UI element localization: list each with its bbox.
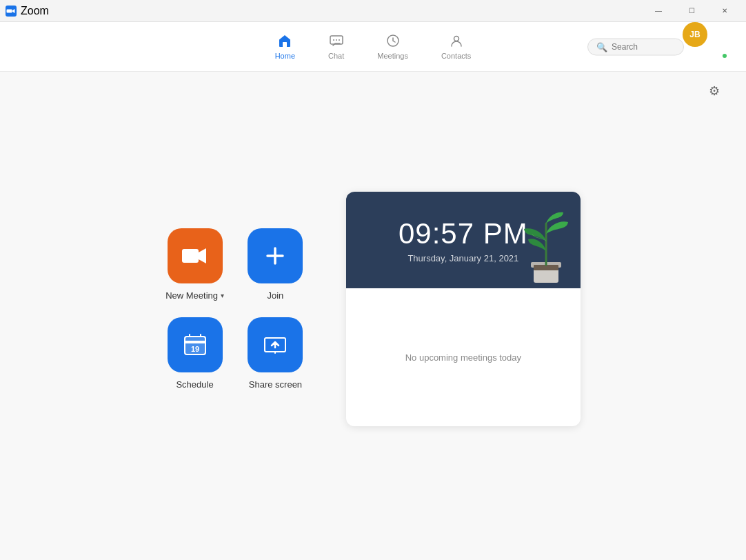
svg-rect-1 [283, 42, 287, 47]
clock-date: Thursday, January 21, 2021 [407, 253, 518, 263]
contacts-icon [449, 33, 464, 50]
join-button[interactable] [248, 228, 303, 283]
share-screen-icon [263, 332, 288, 357]
search-icon: 🔍 [596, 41, 607, 52]
new-meeting-label: New Meeting [165, 290, 218, 301]
share-screen-label: Share screen [249, 379, 302, 390]
avatar-button[interactable]: JB [683, 22, 707, 47]
clock-panel: 09:57 PM Thursday, January 21, 2021 [346, 192, 581, 288]
titlebar-controls: — ☐ ✕ [643, 0, 740, 22]
nav-tabs: Home Chat Meeting [259, 28, 488, 66]
home-tab-label: Home [275, 52, 295, 60]
new-meeting-label-row: New Meeting ▾ [165, 290, 224, 301]
zoom-logo-icon [6, 6, 17, 17]
tab-meetings[interactable]: Meetings [361, 28, 425, 66]
join-item: Join [246, 228, 305, 301]
clock-time: 09:57 PM [399, 217, 528, 250]
avatar-wrapper: JB [703, 34, 728, 59]
meetings-tab-label: Meetings [377, 52, 408, 60]
join-label-row: Join [268, 290, 284, 301]
meetings-panel: No upcoming meetings today [346, 288, 581, 426]
svg-point-7 [454, 37, 458, 41]
new-meeting-item: New Meeting ▾ [165, 228, 224, 301]
main-content: New Meeting ▾ Join [0, 72, 746, 560]
meetings-icon [385, 33, 401, 50]
join-label: Join [268, 290, 284, 301]
settings-button[interactable]: ⚙ [703, 80, 725, 102]
svg-rect-8 [182, 249, 199, 263]
actions-grid: New Meeting ▾ Join [165, 228, 305, 390]
no-meetings-text: No upcoming meetings today [405, 352, 521, 363]
svg-rect-12 [185, 341, 205, 343]
calendar-card: 09:57 PM Thursday, January 21, 2021 [346, 192, 581, 426]
schedule-label: Schedule [176, 379, 213, 390]
schedule-label-row: Schedule [176, 379, 213, 390]
contacts-tab-label: Contacts [441, 52, 471, 60]
chat-icon [329, 33, 344, 50]
online-status-dot [721, 52, 728, 59]
titlebar: Zoom — ☐ ✕ [0, 0, 746, 22]
search-box[interactable]: 🔍 [587, 38, 684, 55]
video-camera-icon [182, 246, 208, 266]
share-screen-item: Share screen [246, 317, 305, 390]
titlebar-left: Zoom [6, 5, 49, 17]
tab-contacts[interactable]: Contacts [425, 28, 487, 66]
calendar-icon: 19 [183, 332, 208, 357]
search-input[interactable] [612, 42, 674, 52]
home-icon [277, 33, 292, 50]
chat-tab-label: Chat [328, 52, 344, 60]
schedule-item: 19 Schedule [165, 317, 224, 390]
dropdown-arrow-icon: ▾ [221, 292, 224, 299]
share-screen-label-row: Share screen [249, 379, 302, 390]
share-screen-button[interactable] [248, 317, 303, 372]
plant-decoration [518, 203, 574, 288]
tab-home[interactable]: Home [259, 28, 312, 66]
tab-chat[interactable]: Chat [312, 28, 361, 66]
close-button[interactable]: ✕ [709, 0, 740, 22]
new-meeting-button[interactable] [168, 228, 223, 283]
schedule-button[interactable]: 19 [168, 317, 223, 372]
restore-button[interactable]: ☐ [676, 0, 707, 22]
svg-text:19: 19 [190, 345, 199, 353]
svg-point-4 [336, 39, 337, 41]
plus-icon [263, 244, 287, 268]
svg-point-5 [339, 39, 340, 41]
minimize-button[interactable]: — [643, 0, 674, 22]
navbar: Home Chat Meeting [0, 22, 746, 72]
app-title: Zoom [21, 5, 49, 17]
svg-point-3 [333, 39, 334, 41]
